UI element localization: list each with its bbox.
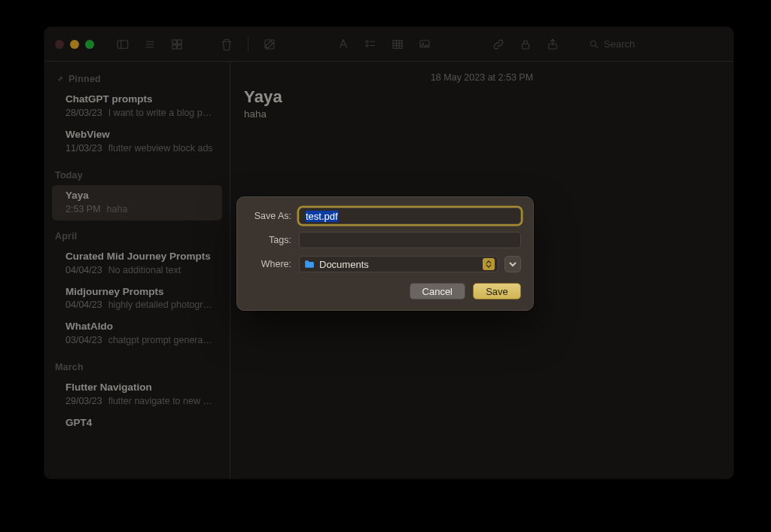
tags-input[interactable] bbox=[299, 232, 521, 248]
save-button[interactable]: Save bbox=[473, 283, 521, 299]
where-label: Where: bbox=[249, 259, 291, 269]
where-value: Documents bbox=[319, 259, 369, 270]
where-select[interactable]: Documents bbox=[299, 256, 498, 272]
save-sheet: Save As: Tags: Where: Documents bbox=[236, 196, 534, 311]
save-as-input[interactable] bbox=[299, 208, 521, 224]
expand-button[interactable] bbox=[504, 256, 521, 272]
updown-arrows-icon bbox=[483, 258, 495, 270]
folder-icon bbox=[304, 260, 315, 269]
save-as-label: Save As: bbox=[249, 211, 291, 221]
tags-label: Tags: bbox=[249, 235, 291, 245]
cancel-button[interactable]: Cancel bbox=[410, 283, 465, 299]
